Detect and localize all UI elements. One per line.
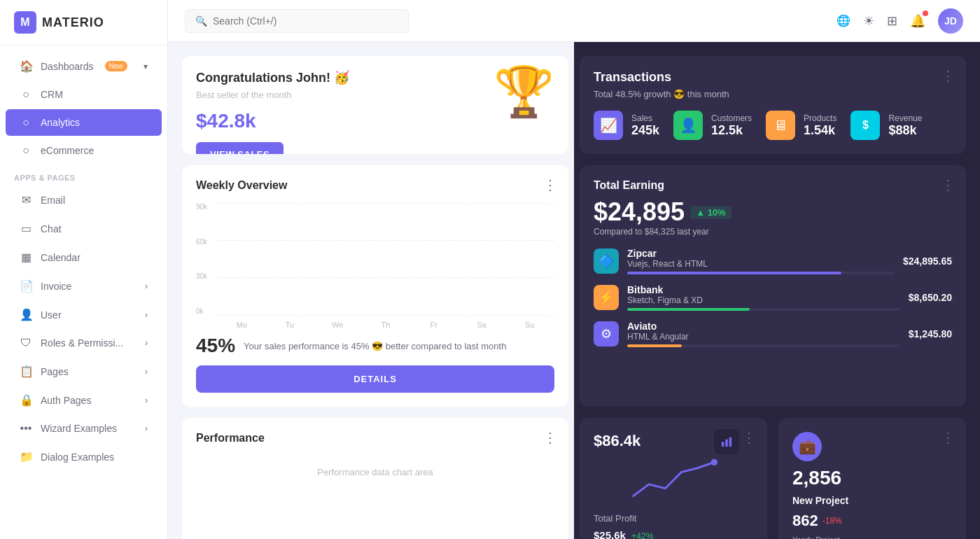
chart-area [217, 203, 554, 315]
sidebar-item-dashboards[interactable]: 🏠 Dashboards New ▾ [6, 52, 162, 80]
grid-line-4 [217, 315, 554, 316]
earning-amount-value: $24,895 [594, 197, 685, 227]
sidebar-item-analytics[interactable]: ○ Analytics [6, 109, 162, 136]
sidebar-item-label: Chat [41, 223, 62, 234]
details-button[interactable]: DETAILS [196, 365, 554, 393]
chart-bars-svg [720, 435, 733, 448]
sidebar-item-ecommerce[interactable]: ○ eCommerce [6, 137, 162, 164]
weekly-percentage: 45% [196, 335, 235, 357]
invoice-icon: 📄 [20, 279, 32, 293]
earning-item-bitbank: ⚡ Bitbank Sketch, Figma & XD $8,650.20 [594, 284, 952, 311]
products-label: Products [804, 113, 836, 123]
aviato-info: Aviato HTML & Angular [627, 321, 900, 347]
sidebar-item-crm[interactable]: ○ CRM [6, 81, 162, 108]
notification-icon[interactable]: 🔔 [910, 13, 925, 29]
day-mo: Mo [220, 321, 264, 329]
sidebar-item-roles[interactable]: 🛡 Roles & Permissi... › [6, 330, 162, 356]
earning-more-icon[interactable]: ⋮ [941, 176, 955, 193]
yearly-pct: -18% [822, 516, 842, 526]
day-th: Th [364, 321, 408, 329]
sidebar: M MATERIO 🏠 Dashboards New ▾ ○ CRM ○ Ana… [0, 0, 168, 539]
sidebar-item-dialog[interactable]: 📁 Dialog Examples [6, 443, 162, 470]
project-name-row: New Project [792, 495, 952, 506]
user-icon: 👤 [20, 308, 32, 321]
shield-icon: 🛡 [20, 337, 32, 349]
sidebar-item-label: Calendar [41, 252, 80, 263]
sales-icon: 📈 [594, 111, 623, 140]
yearly-count: 862 [792, 512, 818, 530]
earning-growth-badge: ▲ 10% [690, 206, 732, 219]
sidebar-item-email[interactable]: ✉ Email [6, 186, 162, 214]
day-fr: Fr [412, 321, 456, 329]
stat-products-info: Products 1.54k [804, 113, 836, 138]
search-box[interactable]: 🔍 [185, 9, 409, 33]
chevron-right-icon: › [145, 310, 148, 320]
svg-rect-1 [722, 442, 724, 447]
main-content: 🔍 🌐 ☀ ⊞ 🔔 JD Congratulations John! 🥳 Bes… [168, 0, 980, 539]
sidebar-item-calendar[interactable]: ▦ Calendar [6, 244, 162, 271]
sidebar-item-pages[interactable]: 📋 Pages › [6, 358, 162, 385]
products-value: 1.54k [804, 123, 836, 138]
chevron-right-icon: › [145, 367, 148, 377]
translate-icon[interactable]: 🌐 [836, 14, 850, 27]
grid-icon[interactable]: ⊞ [887, 13, 897, 29]
zipcar-bar-fill [627, 272, 841, 274]
sidebar-item-wizard[interactable]: ••• Wizard Examples › [6, 415, 162, 442]
performance-more-icon[interactable]: ⋮ [543, 429, 557, 446]
grid-line-2 [217, 240, 554, 241]
theme-icon[interactable]: ☀ [863, 13, 874, 29]
header-actions: 🌐 ☀ ⊞ 🔔 JD [836, 8, 963, 34]
circle-active-icon: ○ [20, 116, 32, 129]
sidebar-item-invoice[interactable]: 📄 Invoice › [6, 272, 162, 300]
aviato-logo: ⚙ [594, 321, 619, 346]
search-input[interactable] [213, 15, 353, 27]
lock-icon: 🔒 [20, 393, 32, 407]
revenue-value: $88k [888, 123, 922, 138]
weekly-more-icon[interactable]: ⋮ [543, 176, 557, 193]
stat-revenue: $ Revenue $88k [850, 111, 922, 140]
y-label-60k: 60k [196, 238, 217, 246]
sidebar-item-auth[interactable]: 🔒 Auth Pages › [6, 386, 162, 414]
project-name: New Project [792, 495, 848, 506]
chevron-right-icon: › [145, 396, 148, 405]
yearly-project: 862 -18% [792, 512, 952, 530]
bars-container [217, 203, 554, 315]
customers-value: 12.5k [711, 123, 752, 138]
performance-placeholder: Performance data chart area [196, 453, 554, 491]
bar-chart-icon [714, 429, 739, 454]
view-sales-button[interactable]: VIEW SALES [196, 142, 284, 154]
weekly-description: Your sales performance is 45% 😎 better c… [244, 341, 506, 351]
y-axis: 90k 60k 30k 0k [196, 203, 217, 315]
stat-customers: 👤 Customers 12.5k [673, 111, 752, 140]
growth-text: Total 48.5% growth 😎 this month [594, 89, 952, 99]
sidebar-item-label: User [41, 309, 62, 321]
sidebar-navigation: 🏠 Dashboards New ▾ ○ CRM ○ Analytics ○ e… [0, 46, 167, 539]
more-options-icon[interactable]: ⋮ [941, 67, 955, 84]
sidebar-item-label: Invoice [41, 281, 71, 292]
day-tu: Tu [268, 321, 312, 329]
email-icon: ✉ [20, 193, 32, 206]
revenue-label: Revenue [888, 113, 922, 123]
project-more-icon[interactable]: ⋮ [941, 429, 955, 446]
svg-rect-2 [725, 439, 728, 447]
zipcar-amount: $24,895.65 [903, 255, 952, 267]
project-count: 2,856 [792, 467, 952, 489]
dashboard-wrapper: Congratulations John! 🥳 Best seller of t… [168, 42, 980, 539]
wizard-icon: ••• [20, 422, 32, 435]
zipcar-info: Zipcar Vuejs, React & HTML [627, 248, 895, 274]
x-axis: Mo Tu We Th Fr Sa Su [217, 321, 554, 329]
weekly-profit-section: $25.6k +42% [594, 529, 753, 539]
bitbank-bar-fill [627, 308, 750, 311]
aviato-amount-val: $1,245.80 [909, 328, 952, 340]
aviato-bar [627, 344, 900, 347]
sidebar-item-chat[interactable]: ▭ Chat [6, 215, 162, 242]
apps-pages-label: APPS & PAGES [0, 165, 167, 185]
profit-more-icon[interactable]: ⋮ [742, 429, 756, 446]
sidebar-item-user[interactable]: 👤 User › [6, 301, 162, 328]
bitbank-amount-val: $8,650.20 [909, 292, 952, 303]
sidebar-item-label: Pages [41, 366, 69, 377]
sidebar-item-label: Email [41, 195, 65, 206]
transaction-stats: 📈 Sales 245k 👤 Customers 12.5k [594, 111, 952, 140]
avatar[interactable]: JD [938, 8, 963, 34]
aviato-amount: $1,245.80 [909, 328, 952, 340]
